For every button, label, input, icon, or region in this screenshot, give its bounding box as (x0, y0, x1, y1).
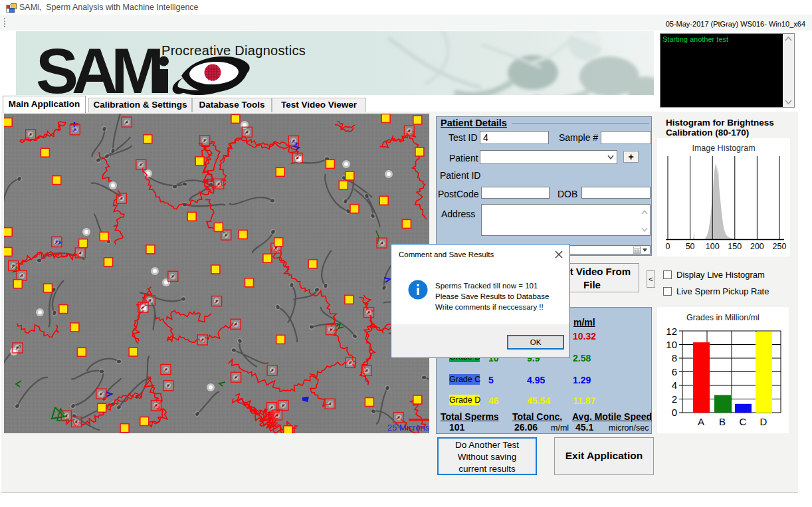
svg-text:25 Microns: 25 Microns (387, 423, 429, 433)
svg-text:150: 150 (728, 242, 742, 251)
svg-text:Image Histogram: Image Histogram (692, 144, 755, 153)
svg-text:B: B (719, 416, 726, 427)
svg-text:0: 0 (672, 407, 677, 418)
svg-text:SAM: SAM (36, 35, 160, 95)
svg-text:100: 100 (706, 242, 720, 251)
svg-text:6: 6 (672, 366, 677, 377)
svg-text:D: D (760, 416, 767, 427)
svg-text:200: 200 (750, 242, 764, 251)
svg-text:12: 12 (666, 326, 677, 337)
svg-text:50: 50 (686, 242, 695, 251)
svg-text:10: 10 (666, 339, 677, 350)
svg-text:0: 0 (666, 242, 670, 251)
svg-text:8: 8 (672, 352, 677, 363)
svg-text:A: A (698, 416, 704, 427)
svg-text:250: 250 (773, 242, 787, 251)
svg-text:C: C (740, 416, 747, 427)
svg-text:4: 4 (672, 379, 677, 391)
svg-text:Procreative Diagnostics: Procreative Diagnostics (161, 43, 306, 58)
svg-text:2: 2 (672, 393, 677, 405)
svg-text:Grades in Million/ml: Grades in Million/ml (686, 313, 760, 322)
